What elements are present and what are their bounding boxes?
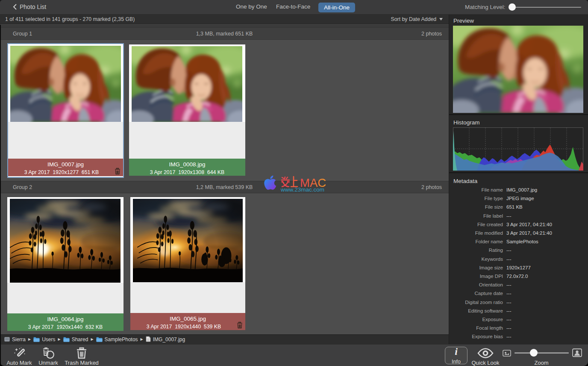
svg-text:www.23mac.com: www.23mac.com xyxy=(280,186,324,192)
